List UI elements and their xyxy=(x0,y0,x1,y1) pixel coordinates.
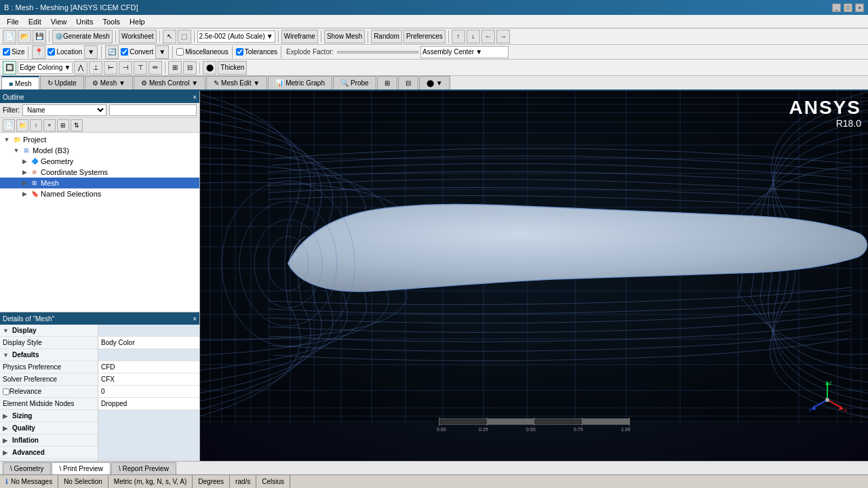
auto-scale-dropdown[interactable]: 2.5e-002 (Auto Scale) ▼ xyxy=(197,30,275,43)
tab-extra1[interactable]: ⊞ xyxy=(377,76,397,89)
geometry-expand[interactable]: ▶ xyxy=(20,157,28,165)
vertex-btn4[interactable]: ⊣ xyxy=(119,61,132,75)
bottom-tab-print[interactable]: \ Print Preview xyxy=(52,462,110,474)
tab-mesh[interactable]: ■ Mesh xyxy=(1,76,39,89)
tree-item-model[interactable]: ▼ ⊠ Model (B3) xyxy=(0,145,199,156)
wireframe-btn[interactable]: Wireframe xyxy=(281,30,318,43)
cursor-btn[interactable]: ↖ xyxy=(163,30,176,43)
new-btn[interactable]: 📄 xyxy=(3,30,16,43)
tab-display-btn[interactable]: ⬤ ▼ xyxy=(419,76,450,89)
relevance-checkbox[interactable] xyxy=(3,388,9,395)
close-details-btn[interactable]: × xyxy=(193,315,197,323)
named-expand[interactable]: ▶ xyxy=(20,190,28,198)
tab-metric-graph[interactable]: 📊 Metric Graph xyxy=(268,76,332,89)
tab-update[interactable]: ↻ Update xyxy=(40,76,84,89)
tab-extra2[interactable]: ⊟ xyxy=(398,76,418,89)
close-outline-btn[interactable]: × xyxy=(193,94,197,101)
pencil-btn[interactable]: ✏ xyxy=(149,61,162,75)
arrow-right-btn[interactable]: → xyxy=(496,30,510,43)
location-checkbox[interactable]: Location xyxy=(47,48,82,56)
defaults-expand[interactable]: ▼ xyxy=(3,352,11,359)
display-expand[interactable]: ▼ xyxy=(3,327,11,334)
vertex-btn2[interactable]: ⊥ xyxy=(89,61,102,75)
tab-mesh2[interactable]: ⚙ Mesh ▼ xyxy=(85,76,133,89)
model-expand[interactable]: ▼ xyxy=(12,146,20,155)
details-display-header[interactable]: ▼ Display xyxy=(0,325,199,337)
vertex-btn3[interactable]: ⊢ xyxy=(104,61,117,75)
arrow-left-btn[interactable]: ← xyxy=(481,30,495,43)
details-defaults-header[interactable]: ▼ Defaults xyxy=(0,349,199,361)
edge-coloring-dropdown[interactable]: Edge Coloring ▼ xyxy=(18,62,73,74)
tree-item-project[interactable]: ▼ 📁 Project xyxy=(0,134,199,145)
bottom-tab-geometry[interactable]: \ Geometry xyxy=(3,462,51,474)
convert-checkbox[interactable]: Convert xyxy=(121,48,153,56)
convert-dropdown[interactable]: ▼ xyxy=(155,45,169,59)
filter-input[interactable] xyxy=(109,104,197,116)
details-advanced-header[interactable]: ▶ Advanced xyxy=(0,447,199,459)
mesh-label: Mesh xyxy=(41,179,59,187)
generate-mesh-btn[interactable]: ⚙️ Generate Mesh xyxy=(52,30,113,43)
outline-sort-btn[interactable]: ⇅ xyxy=(71,119,83,131)
mesh-expand[interactable]: ▶ xyxy=(20,179,28,187)
tree-item-mesh[interactable]: ▶ ⊞ Mesh xyxy=(0,178,199,188)
menu-help[interactable]: Help xyxy=(125,16,149,27)
advanced-expand[interactable]: ▶ xyxy=(3,449,11,456)
menu-edit[interactable]: Edit xyxy=(24,16,45,27)
outline-new-btn[interactable]: 📄 xyxy=(3,119,15,131)
details-statistics-header[interactable]: ▶ Statistics xyxy=(0,459,199,461)
close-btn[interactable]: × xyxy=(855,3,864,12)
outline-group-btn[interactable]: ⊞ xyxy=(57,119,69,131)
outline-add-btn[interactable]: + xyxy=(43,119,56,131)
details-inflation-header[interactable]: ▶ Inflation xyxy=(0,434,199,447)
details-sizing-header[interactable]: ▶ Sizing xyxy=(0,410,199,422)
tab-probe[interactable]: 🔍 Probe xyxy=(333,76,376,89)
explode-slider[interactable] xyxy=(337,51,418,54)
filter-dropdown[interactable]: Name xyxy=(22,104,106,116)
vertex-btn5[interactable]: ⊤ xyxy=(134,61,147,75)
location-dropdown[interactable]: ▼ xyxy=(84,45,98,59)
vertex-btn1[interactable]: ⋀ xyxy=(74,61,87,75)
open-btn[interactable]: 📂 xyxy=(18,30,31,43)
beam-btn1[interactable]: ⊞ xyxy=(168,61,182,75)
arrow-down-btn[interactable]: ↓ xyxy=(467,30,480,43)
details-quality-header[interactable]: ▶ Quality xyxy=(0,422,199,434)
menu-units[interactable]: Units xyxy=(72,16,97,27)
outline-folder-btn[interactable]: 📁 xyxy=(16,119,28,131)
worksheet-btn[interactable]: Worksheet xyxy=(119,30,157,43)
beam-btn2[interactable]: ⊟ xyxy=(183,61,197,75)
quality-expand[interactable]: ▶ xyxy=(3,425,11,432)
menu-tools[interactable]: Tools xyxy=(98,16,124,27)
tree-item-coordinate[interactable]: ▶ ⊕ Coordinate Systems xyxy=(0,167,199,178)
tree-item-geometry[interactable]: ▶ 🔷 Geometry xyxy=(0,156,199,167)
show-mesh-btn[interactable]: Show Mesh xyxy=(324,30,365,43)
assembly-center-dropdown[interactable]: Assembly Center ▼ xyxy=(420,46,509,58)
save-btn[interactable]: 💾 xyxy=(33,30,46,43)
maximize-btn[interactable]: □ xyxy=(844,3,852,12)
tree-item-named[interactable]: ▶ 🔖 Named Selections xyxy=(0,188,199,199)
inflation-expand[interactable]: ▶ xyxy=(3,437,11,444)
tolerances-checkbox[interactable]: Tolerances xyxy=(236,48,277,56)
mesh-display-icon[interactable]: 🔲 xyxy=(3,61,16,75)
thicken-btn[interactable]: Thicken xyxy=(218,61,247,75)
size-checkbox[interactable]: Size xyxy=(3,48,24,56)
outline-up-btn[interactable]: ↑ xyxy=(30,119,42,131)
location-icon[interactable]: 📍 xyxy=(32,45,45,59)
tab-mesh-edit[interactable]: ✎ Mesh Edit ▼ xyxy=(206,76,267,89)
arrow-up-btn[interactable]: ↑ xyxy=(452,30,465,43)
bottom-tab-report[interactable]: \ Report Preview xyxy=(111,462,176,474)
menu-file[interactable]: File xyxy=(3,16,23,27)
window-controls[interactable]: _ □ × xyxy=(832,3,864,12)
misc-checkbox[interactable]: Miscellaneous xyxy=(176,48,228,56)
minimize-btn[interactable]: _ xyxy=(832,3,841,12)
viewport[interactable]: ANSYS R18.0 Z X Y xyxy=(200,91,868,461)
sizing-expand[interactable]: ▶ xyxy=(3,413,11,420)
project-expand[interactable]: ▼ xyxy=(3,136,11,144)
convert-icon[interactable]: 🔄 xyxy=(105,45,119,59)
preferences-btn[interactable]: Preferences xyxy=(403,30,446,43)
random-btn[interactable]: Random xyxy=(371,30,402,43)
tab-mesh-control[interactable]: ⚙ Mesh Control ▼ xyxy=(134,76,205,89)
select-btn[interactable]: ⬚ xyxy=(178,30,191,43)
menu-view[interactable]: View xyxy=(47,16,71,27)
circle-btn[interactable]: ⬤ xyxy=(203,61,216,75)
coord-expand[interactable]: ▶ xyxy=(20,168,28,176)
